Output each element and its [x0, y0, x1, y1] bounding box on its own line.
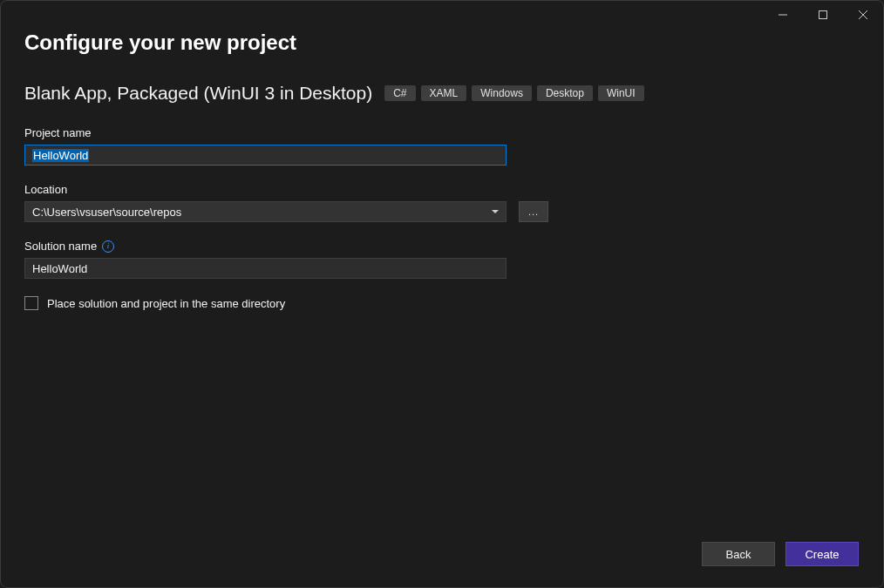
create-button[interactable]: Create — [785, 542, 859, 566]
tag: Windows — [472, 85, 532, 101]
project-name-input[interactable]: HelloWorld — [24, 145, 507, 166]
same-directory-checkbox[interactable] — [24, 296, 38, 310]
page-title: Configure your new project — [24, 30, 860, 55]
tag: WinUI — [598, 85, 644, 101]
location-label: Location — [24, 183, 860, 196]
tag: Desktop — [537, 85, 593, 101]
template-tags: C# XAML Windows Desktop WinUI — [384, 85, 643, 101]
svg-rect-1 — [819, 11, 827, 19]
location-combobox[interactable]: C:\Users\vsuser\source\repos — [24, 201, 507, 222]
chevron-down-icon — [492, 210, 499, 213]
tag: XAML — [421, 85, 467, 101]
minimize-button[interactable] — [763, 1, 803, 29]
info-icon[interactable]: i — [102, 240, 114, 253]
maximize-button[interactable] — [803, 1, 843, 29]
solution-name-input[interactable] — [24, 258, 507, 279]
close-button[interactable] — [843, 1, 883, 29]
same-directory-label: Place solution and project in the same d… — [47, 297, 285, 310]
project-name-label: Project name — [24, 126, 860, 139]
tag: C# — [384, 85, 415, 101]
location-value: C:\Users\vsuser\source\repos — [32, 206, 181, 219]
browse-button[interactable]: ... — [519, 201, 548, 222]
template-name: Blank App, Packaged (WinUI 3 in Desktop) — [24, 83, 372, 104]
back-button[interactable]: Back — [702, 542, 775, 566]
solution-name-label: Solution name — [24, 240, 97, 253]
